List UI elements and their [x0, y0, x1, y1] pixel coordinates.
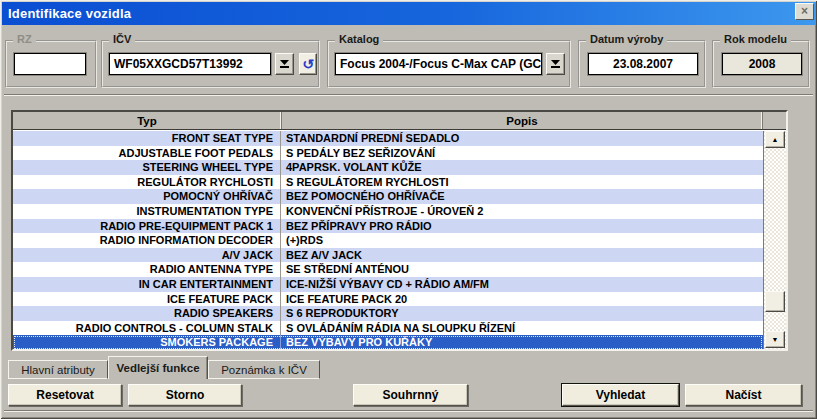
close-button[interactable]: ×: [795, 3, 814, 20]
table-rows: FRONT SEAT TYPE STANDARDNÍ PREDNÍ SEDADL…: [13, 131, 763, 349]
typ-cell: RADIO PRE-EQUIPMENT PACK 1: [13, 219, 281, 234]
resetovat-button[interactable]: Resetovat: [8, 384, 122, 406]
popis-cell: BEZ VÝBAVY PRO KUŘÁKY: [281, 335, 763, 349]
nacist-button[interactable]: Načíst: [685, 384, 802, 406]
scroll-down-icon: ▼: [772, 336, 779, 343]
bottom-separator: [4, 410, 813, 412]
table-row[interactable]: SMOKERS PACKAGE BEZ VÝBAVY PRO KUŘÁKY: [13, 335, 763, 349]
scroll-up-button[interactable]: ▲: [765, 131, 785, 148]
typ-cell: RADIO INFORMATION DECODER: [13, 233, 281, 248]
vehicle-identification-dialog: Identifikace vozidla × RZ IČV WF05XXGCD5…: [0, 0, 817, 419]
popis-cell: BEZ A/V JACK: [281, 248, 763, 263]
popis-cell: KONVENČNÍ PŘÍSTROJE - ÚROVEŇ 2: [281, 204, 763, 219]
icv-input[interactable]: WF05XXGCD57T13992: [109, 53, 271, 75]
dropdown-arrow-icon: [550, 59, 561, 69]
popis-cell: BEZ POMOCNÉHO OHŘÍVAČE: [281, 189, 763, 204]
group-rok-modelu: Rok modelu 2008: [712, 40, 810, 88]
group-rz: RZ: [5, 40, 97, 88]
refresh-icon: ↺: [302, 57, 314, 71]
typ-cell: SMOKERS PACKAGE: [13, 335, 281, 349]
typ-cell: INSTRUMENTATION TYPE: [13, 204, 281, 219]
datum-vyroby-label: Datum výroby: [586, 33, 667, 45]
table-row[interactable]: INSTRUMENTATION TYPE KONVENČNÍ PŘÍSTROJE…: [13, 204, 763, 219]
typ-cell: ICE FEATURE PACK: [13, 292, 281, 307]
column-header-stub: [763, 112, 786, 129]
typ-cell: IN CAR ENTERTAINMENT: [13, 277, 281, 292]
typ-cell: POMOCNÝ OHŘÍVAČ: [13, 189, 281, 204]
top-separator: [4, 94, 813, 96]
icv-label: IČV: [109, 33, 135, 45]
tab-2[interactable]: Poznámka k IČV: [208, 360, 320, 379]
scroll-down-button[interactable]: ▼: [765, 331, 785, 348]
column-header-typ[interactable]: Typ: [13, 112, 282, 129]
table-row[interactable]: A/V JACK BEZ A/V JACK: [13, 248, 763, 263]
table-row[interactable]: ADJUSTABLE FOOT PEDALS S PEDÁLY BEZ SEŘI…: [13, 146, 763, 161]
table-row[interactable]: POMOCNÝ OHŘÍVAČ BEZ POMOCNÉHO OHŘÍVAČE: [13, 189, 763, 204]
popis-cell: STANDARDNÍ PREDNÍ SEDADLO: [281, 131, 763, 146]
typ-cell: RADIO ANTENNA TYPE: [13, 262, 281, 277]
table-row[interactable]: FRONT SEAT TYPE STANDARDNÍ PREDNÍ SEDADL…: [13, 131, 763, 146]
table-header: Typ Popis: [13, 112, 786, 130]
vyhledat-button[interactable]: Vyhledat: [562, 384, 679, 406]
group-datum-vyroby: Datum výroby 23.08.2007: [578, 40, 706, 88]
typ-cell: REGULÁTOR RYCHLOSTI: [13, 175, 281, 190]
popis-cell: BEZ PŘÍPRAVY PRO RÁDIO: [281, 219, 763, 234]
typ-cell: FRONT SEAT TYPE: [13, 131, 281, 146]
typ-cell: ADJUSTABLE FOOT PEDALS: [13, 146, 281, 161]
window-title: Identifikace vozidla: [8, 6, 131, 21]
popis-cell: S OVLÁDÁNÍM RÁDIA NA SLOUPKU ŘÍZENÍ: [281, 321, 763, 336]
datum-vyroby-input[interactable]: 23.08.2007: [588, 53, 698, 75]
souhrnny-button[interactable]: Souhrnný: [353, 384, 468, 406]
katalog-combobox[interactable]: Focus 2004-/Focus C-Max CAP (GC: [335, 53, 542, 75]
storno-button[interactable]: Storno: [128, 384, 242, 406]
popis-cell: ICE FEATURE PACK 20: [281, 292, 763, 307]
table-row[interactable]: RADIO INFORMATION DECODER (+)RDS: [13, 233, 763, 248]
group-katalog: Katalog Focus 2004-/Focus C-Max CAP (GC: [327, 40, 571, 88]
rz-label: RZ: [13, 33, 36, 45]
table-row[interactable]: RADIO CONTROLS - COLUMN STALK S OVLÁDÁNÍ…: [13, 321, 763, 336]
table-row[interactable]: ICE FEATURE PACK ICE FEATURE PACK 20: [13, 292, 763, 307]
katalog-dropdown-button[interactable]: [546, 53, 565, 75]
group-icv: IČV WF05XXGCD57T13992 ↺: [101, 40, 320, 88]
typ-cell: RADIO CONTROLS - COLUMN STALK: [13, 321, 281, 336]
titlebar[interactable]: Identifikace vozidla: [2, 2, 815, 25]
icv-refresh-button[interactable]: ↺: [299, 53, 317, 75]
table-row[interactable]: IN CAR ENTERTAINMENT ICE-NIŽŠÍ VÝBAVY CD…: [13, 277, 763, 292]
table-row[interactable]: RADIO ANTENNA TYPE SE STŘEDNÍ ANTÉNOU: [13, 262, 763, 277]
dropdown-arrow-icon: [279, 59, 290, 69]
table-row[interactable]: REGULÁTOR RYCHLOSTI S REGULÁTOREM RYCHLO…: [13, 175, 763, 190]
tab-0[interactable]: Hlavní atributy: [8, 360, 108, 379]
popis-cell: ICE-NIŽŠÍ VÝBAVY CD + RÁDIO AM/FM: [281, 277, 763, 292]
scroll-up-icon: ▲: [772, 136, 779, 143]
scrollbar-thumb[interactable]: [765, 291, 785, 312]
rz-input[interactable]: [14, 53, 86, 75]
vertical-scrollbar[interactable]: ▲ ▼: [763, 131, 786, 349]
tab-1[interactable]: Vedlejší funkce: [108, 356, 208, 379]
typ-cell: RADIO SPEAKERS: [13, 306, 281, 321]
rok-modelu-label: Rok modelu: [720, 33, 791, 45]
popis-cell: SE STŘEDNÍ ANTÉNOU: [281, 262, 763, 277]
popis-cell: 4PAPRSK. VOLANT KŮŽE: [281, 160, 763, 175]
column-header-popis[interactable]: Popis: [282, 112, 763, 129]
table-row[interactable]: STEERING WHEEL TYPE 4PAPRSK. VOLANT KŮŽE: [13, 160, 763, 175]
rok-modelu-value: 2008: [722, 53, 802, 75]
katalog-label: Katalog: [335, 33, 383, 45]
popis-cell: (+)RDS: [281, 233, 763, 248]
icv-dropdown-button[interactable]: [275, 53, 294, 75]
popis-cell: S 6 REPRODUKTORY: [281, 306, 763, 321]
table-row[interactable]: RADIO PRE-EQUIPMENT PACK 1 BEZ PŘÍPRAVY …: [13, 219, 763, 234]
popis-cell: S REGULÁTOREM RYCHLOSTI: [281, 175, 763, 190]
typ-cell: A/V JACK: [13, 248, 281, 263]
tabstrip: Hlavní atributyVedlejší funkcePoznámka k…: [8, 356, 320, 379]
popis-cell: S PEDÁLY BEZ SEŘIZOVÁNÍ: [281, 146, 763, 161]
typ-cell: STEERING WHEEL TYPE: [13, 160, 281, 175]
attributes-table: Typ Popis FRONT SEAT TYPE STANDARDNÍ PRE…: [11, 110, 788, 351]
close-icon: ×: [801, 5, 808, 17]
table-row[interactable]: RADIO SPEAKERS S 6 REPRODUKTORY: [13, 306, 763, 321]
